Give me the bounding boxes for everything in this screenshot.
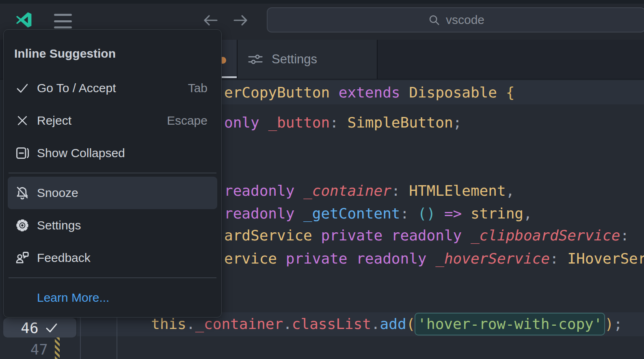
- navigate-back-icon[interactable]: [201, 11, 219, 29]
- code-token: readonly: [356, 250, 426, 267]
- feedback-icon: [14, 250, 30, 266]
- tab-active-partial[interactable]: [219, 40, 237, 79]
- code-line[interactable]: this._container.classList.add('hover-row…: [151, 312, 622, 336]
- code-token: .: [283, 316, 292, 332]
- check-icon: [14, 80, 30, 96]
- line-number-next[interactable]: 47: [3, 338, 48, 359]
- code-token: ,: [506, 182, 515, 199]
- navigate-forward-icon[interactable]: [232, 11, 250, 29]
- menu-item-settings[interactable]: Settings: [4, 209, 221, 242]
- code-token: string: [471, 205, 523, 222]
- code-token: ervice: [224, 250, 277, 267]
- code-token: private: [321, 227, 383, 244]
- tab-settings[interactable]: Settings: [237, 40, 378, 79]
- code-token: Disposable: [409, 84, 497, 101]
- menu-divider: [9, 277, 216, 278]
- code-token: [427, 250, 436, 267]
- code-token: 'hover-row-with-copy': [415, 313, 605, 335]
- code-token: ,: [523, 205, 532, 222]
- code-token: readonly: [391, 227, 462, 244]
- code-token: {: [506, 84, 515, 101]
- menu-item-go-to-accept[interactable]: Go To / Accept Tab: [4, 72, 221, 104]
- code-token: only: [224, 114, 259, 131]
- code-token: [312, 227, 321, 244]
- active-tab-indicator: [221, 76, 238, 78]
- menu-item-feedback[interactable]: Feedback: [4, 242, 221, 274]
- search-query-text: vscode: [446, 13, 484, 27]
- code-token: :: [620, 227, 629, 244]
- code-token: [462, 205, 471, 222]
- code-token: private: [286, 250, 348, 267]
- check-icon: [44, 320, 59, 335]
- line-number-current: 46: [21, 320, 38, 336]
- code-line[interactable]: readonly _container: HTMLElement,: [224, 179, 514, 203]
- code-token: :: [550, 250, 567, 267]
- code-token: :: [400, 205, 418, 222]
- bell-slash-icon: [14, 185, 30, 201]
- menu-header: Inline Suggestion: [14, 43, 221, 64]
- vscode-logo-icon: [15, 11, 33, 29]
- inline-suggestion-menu: Inline Suggestion Go To / Accept Tab Rej…: [3, 29, 222, 318]
- tab-settings-label: Settings: [272, 52, 317, 67]
- code-line[interactable]: erCopyButton extends Disposable {: [224, 81, 514, 104]
- code-line[interactable]: only _button: SimpleButton;: [224, 111, 462, 134]
- code-token: HTMLElement: [409, 182, 506, 199]
- code-line[interactable]: readonly _getContent: () => string,: [224, 202, 532, 225]
- code-token: ;: [614, 316, 622, 332]
- code-token: _getContent: [303, 205, 400, 222]
- code-token: _button: [268, 114, 330, 131]
- search-icon: [428, 14, 440, 26]
- code-token: readonly: [224, 205, 294, 222]
- close-icon: [14, 112, 30, 129]
- code-token: [277, 250, 286, 267]
- code-token: [330, 84, 339, 101]
- code-token: add: [380, 316, 406, 332]
- code-token: .: [371, 316, 380, 332]
- code-token: [383, 227, 391, 244]
- code-token: [259, 114, 268, 131]
- code-token: (): [418, 205, 435, 222]
- code-token: :: [391, 182, 409, 199]
- code-token: _container: [303, 182, 391, 199]
- code-token: [347, 250, 356, 267]
- code-token: [400, 84, 409, 101]
- code-token: [294, 205, 303, 222]
- code-line[interactable]: ardService private readonly _clipboardSe…: [224, 224, 629, 247]
- code-token: this: [151, 316, 186, 332]
- code-token: extends: [339, 84, 400, 101]
- menu-hamburger-icon[interactable]: [54, 14, 72, 28]
- line-number-46-chip[interactable]: 46: [3, 318, 76, 337]
- menu-item-snooze[interactable]: Snooze: [8, 177, 217, 209]
- code-token: _hoverService: [435, 250, 550, 267]
- code-token: (: [406, 316, 415, 332]
- collapse-icon: [14, 145, 30, 161]
- code-token: .: [186, 316, 195, 332]
- code-token: [435, 205, 444, 222]
- modified-line-stripe: [55, 337, 60, 359]
- shortcut-label: Tab: [188, 81, 207, 95]
- menu-divider: [9, 173, 216, 173]
- code-token: [294, 182, 303, 199]
- command-center-search[interactable]: vscode: [267, 7, 644, 32]
- code-token: IHoverSer: [567, 250, 644, 267]
- code-token: classList: [292, 316, 371, 332]
- code-line[interactable]: ervice private readonly _hoverService: I…: [224, 247, 644, 270]
- code-token: ardService: [224, 227, 312, 244]
- code-token: :: [330, 114, 347, 131]
- menu-item-learn-more[interactable]: Learn More...: [4, 281, 221, 314]
- menu-item-reject[interactable]: Reject Escape: [4, 104, 221, 137]
- menu-item-show-collapsed[interactable]: Show Collapsed: [4, 137, 221, 169]
- sliders-icon: [247, 52, 264, 67]
- code-token: SimpleButton: [347, 114, 453, 131]
- gear-icon: [14, 217, 30, 234]
- code-token: _clipboardService: [471, 227, 620, 244]
- code-token: ;: [453, 114, 462, 131]
- code-token: readonly: [224, 182, 294, 199]
- window-top-edge: [0, 0, 644, 4]
- code-token: ): [605, 316, 614, 332]
- code-token: _container: [195, 316, 283, 332]
- code-token: [462, 227, 471, 244]
- shortcut-label: Escape: [167, 114, 207, 128]
- code-token: [497, 84, 506, 101]
- code-token: erCopyButton: [224, 84, 330, 101]
